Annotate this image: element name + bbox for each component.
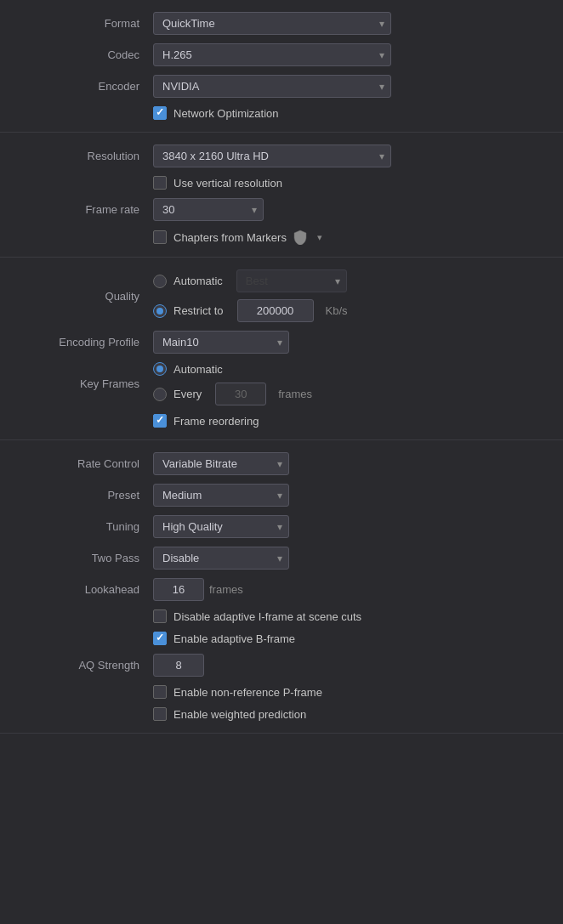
resolution-select[interactable]: 3840 x 2160 Ultra HD <box>153 145 391 167</box>
tuning-select-wrapper: High Quality <box>153 515 289 538</box>
preset-select[interactable]: Medium <box>153 484 289 507</box>
enable-non-reference-pframe-checkbox-row: Enable non-reference P-frame <box>153 685 322 699</box>
lookahead-value[interactable] <box>153 578 204 601</box>
rate-control-row: Rate Control Variable Bitrate <box>17 452 546 475</box>
two-pass-select-wrapper: Disable <box>153 547 289 570</box>
codec-select[interactable]: H.265 <box>153 43 391 66</box>
preset-select-wrapper: Medium <box>153 484 289 507</box>
vertical-resolution-checkbox[interactable] <box>153 176 167 190</box>
encoder-row: Encoder NVIDIA <box>17 75 546 98</box>
disable-adaptive-iframe-row: Disable adaptive I-frame at scene cuts <box>17 609 546 623</box>
frame-rate-select[interactable]: 30 <box>153 198 264 221</box>
network-optimization-row: Network Optimization <box>17 106 546 120</box>
quality-restrict-label: Restrict to <box>173 304 224 317</box>
enable-adaptive-bframe-checkbox[interactable] <box>153 632 167 645</box>
resolution-row: Resolution 3840 x 2160 Ultra HD <box>17 145 546 167</box>
quality-best-select-wrapper: Best <box>236 269 347 292</box>
rate-control-select-wrapper: Variable Bitrate <box>153 452 289 475</box>
format-select[interactable]: QuickTime <box>153 12 391 35</box>
disable-adaptive-iframe-label: Disable adaptive I-frame at scene cuts <box>173 610 361 623</box>
enable-weighted-prediction-checkbox[interactable] <box>153 707 167 721</box>
enable-non-reference-pframe-checkbox[interactable] <box>153 685 167 699</box>
enable-adaptive-bframe-label: Enable adaptive B-frame <box>173 632 295 645</box>
rate-control-label: Rate Control <box>17 457 153 470</box>
key-frames-automatic-radio[interactable] <box>153 362 167 376</box>
enable-adaptive-bframe-checkbox-row: Enable adaptive B-frame <box>153 632 295 645</box>
key-frames-automatic-label: Automatic <box>173 363 223 376</box>
resolution-section: Resolution 3840 x 2160 Ultra HD Use vert… <box>0 133 563 258</box>
quality-row: Quality Automatic Best Restrict to Kb/s <box>17 269 546 322</box>
tuning-row: Tuning High Quality <box>17 515 546 538</box>
frame-rate-label: Frame rate <box>17 203 153 216</box>
chapters-label: Chapters from Markers <box>173 231 287 244</box>
quality-restrict-radio[interactable] <box>153 304 167 318</box>
encoder-select[interactable]: NVIDIA <box>153 75 391 98</box>
format-section: Format QuickTime Codec H.265 Encoder NVI… <box>0 0 563 133</box>
quality-automatic-label: Automatic <box>173 275 223 287</box>
disable-adaptive-iframe-checkbox[interactable] <box>153 609 167 623</box>
quality-label: Quality <box>17 290 153 303</box>
enable-non-reference-pframe-row: Enable non-reference P-frame <box>17 685 546 699</box>
resolution-label: Resolution <box>17 150 153 162</box>
key-frames-unit: frames <box>278 388 312 400</box>
lookahead-unit: frames <box>209 583 243 596</box>
key-frames-label: Key Frames <box>17 377 153 390</box>
chapters-checkbox[interactable] <box>153 230 167 244</box>
enable-weighted-prediction-label: Enable weighted prediction <box>173 708 306 721</box>
network-optimization-checkbox[interactable] <box>153 106 167 120</box>
key-frames-automatic-option: Automatic <box>153 362 312 376</box>
quality-section: Quality Automatic Best Restrict to Kb/s <box>0 258 563 440</box>
key-frames-every-option: Every frames <box>153 383 312 405</box>
lookahead-label: Lookahead <box>17 583 153 596</box>
two-pass-row: Two Pass Disable <box>17 547 546 570</box>
frame-reordering-checkbox[interactable] <box>153 414 167 428</box>
preset-label: Preset <box>17 489 153 502</box>
encoding-profile-select[interactable]: Main10 <box>153 331 289 354</box>
frame-reordering-row: Frame reordering <box>17 414 546 428</box>
quality-restrict-value[interactable] <box>237 299 314 322</box>
preset-row: Preset Medium <box>17 484 546 507</box>
shield-icon <box>293 230 307 245</box>
network-optimization-checkbox-row: Network Optimization <box>153 106 279 120</box>
tuning-label: Tuning <box>17 520 153 533</box>
format-select-wrapper: QuickTime <box>153 12 391 35</box>
two-pass-select[interactable]: Disable <box>153 547 289 570</box>
rate-control-select[interactable]: Variable Bitrate <box>153 452 289 475</box>
codec-row: Codec H.265 <box>17 43 546 66</box>
codec-label: Codec <box>17 48 153 61</box>
chapters-expand-icon[interactable]: ▾ <box>317 232 322 243</box>
enable-non-reference-pframe-label: Enable non-reference P-frame <box>173 686 322 699</box>
format-label: Format <box>17 17 153 30</box>
vertical-resolution-row: Use vertical resolution <box>17 176 546 190</box>
encoding-profile-row: Encoding Profile Main10 <box>17 331 546 354</box>
key-frames-every-value[interactable] <box>215 383 266 405</box>
quality-restrict-unit: Kb/s <box>326 304 348 317</box>
encoder-label: Encoder <box>17 80 153 93</box>
quality-automatic-radio[interactable] <box>153 275 167 288</box>
quality-automatic-option: Automatic Best <box>153 269 348 292</box>
key-frames-every-radio[interactable] <box>153 388 167 401</box>
aq-strength-value[interactable] <box>153 654 204 677</box>
vertical-resolution-checkbox-row: Use vertical resolution <box>153 176 282 190</box>
enable-weighted-prediction-row: Enable weighted prediction <box>17 707 546 721</box>
resolution-select-wrapper: 3840 x 2160 Ultra HD <box>153 145 391 167</box>
rate-control-section: Rate Control Variable Bitrate Preset Med… <box>0 440 563 734</box>
network-optimization-label: Network Optimization <box>173 107 279 120</box>
encoder-select-wrapper: NVIDIA <box>153 75 391 98</box>
tuning-select[interactable]: High Quality <box>153 515 289 538</box>
chapters-row: Chapters from Markers ▾ <box>17 230 546 245</box>
quality-restrict-option: Restrict to Kb/s <box>153 299 348 322</box>
disable-adaptive-iframe-checkbox-row: Disable adaptive I-frame at scene cuts <box>153 609 361 623</box>
two-pass-label: Two Pass <box>17 552 153 564</box>
key-frames-every-label: Every <box>173 388 202 400</box>
quality-best-select[interactable]: Best <box>236 269 347 292</box>
key-frames-radio-group: Automatic Every frames <box>153 362 312 405</box>
encoding-profile-label: Encoding Profile <box>17 336 153 349</box>
enable-weighted-prediction-checkbox-row: Enable weighted prediction <box>153 707 306 721</box>
frame-reordering-checkbox-row: Frame reordering <box>153 414 259 428</box>
chapters-checkbox-row: Chapters from Markers ▾ <box>153 230 322 245</box>
frame-rate-row: Frame rate 30 <box>17 198 546 221</box>
aq-strength-label: AQ Strength <box>17 659 153 672</box>
settings-panel: Format QuickTime Codec H.265 Encoder NVI… <box>0 0 563 734</box>
quality-radio-group: Automatic Best Restrict to Kb/s <box>153 269 348 322</box>
